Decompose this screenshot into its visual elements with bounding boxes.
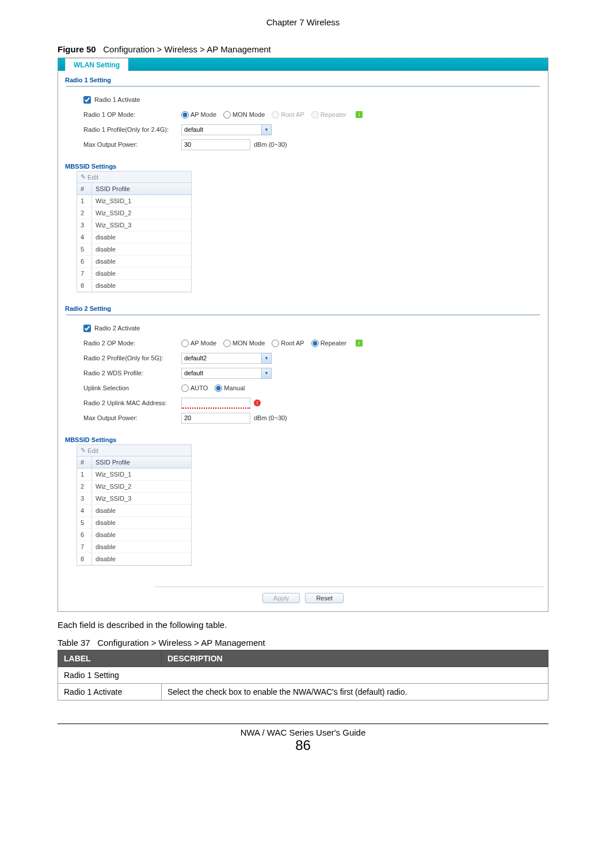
reset-button[interactable]: Reset — [305, 593, 344, 603]
table-intro-text: Each field is described in the following… — [58, 620, 548, 630]
radio2-mode-rep[interactable] — [311, 340, 319, 347]
table-row[interactable]: 4disable — [77, 231, 191, 243]
figure-label: Figure 50 — [58, 44, 96, 54]
divider — [155, 587, 543, 587]
cell-label: Radio 1 Activate — [58, 684, 162, 701]
edit-button[interactable]: ✎Edit — [81, 173, 98, 181]
radio2-mode-rep-label: Repeater — [321, 340, 346, 347]
table-row[interactable]: 2Wiz_SSID_2 — [77, 207, 191, 219]
page-number: 86 — [58, 737, 548, 753]
table-row: Radio 1 Activate Select the check box to… — [58, 684, 548, 701]
table-row[interactable]: 5disable — [77, 517, 191, 529]
radio1-mode-mon[interactable] — [223, 111, 231, 119]
uplink-manual[interactable] — [215, 384, 222, 392]
info-icon[interactable]: i — [356, 340, 363, 347]
radio2-mode-mon[interactable] — [223, 340, 231, 347]
table-caption-text: Configuration > Wireless > AP Management — [97, 638, 265, 648]
apply-button[interactable]: Apply — [262, 593, 300, 603]
edit-icon: ✎ — [81, 173, 86, 181]
uplink-mac-input[interactable] — [181, 398, 250, 409]
table-caption: Table 37 Configuration > Wireless > AP M… — [58, 638, 548, 648]
radio2-mode-ap-label: AP Mode — [190, 340, 216, 347]
cell-desc: Select the check box to enable the NWA/W… — [162, 684, 548, 701]
screenshot-figure: WLAN Setting Radio 1 Setting Radio 1 Act… — [58, 58, 548, 612]
figure-caption: Figure 50 Configuration > Wireless > AP … — [58, 44, 548, 54]
radio2-mode-root[interactable] — [272, 340, 279, 347]
table-row[interactable]: 7disable — [77, 541, 191, 553]
radio1-power-label: Max Output Power: — [83, 141, 181, 148]
uplink-auto-label: AUTO — [190, 384, 208, 391]
radio2-profile-select[interactable] — [181, 353, 262, 364]
th-desc: DESCRIPTION — [162, 650, 548, 667]
footer-guide-text: NWA / WAC Series User's Guide — [58, 728, 548, 737]
figure-caption-text: Configuration > Wireless > AP Management — [103, 44, 271, 54]
chevron-down-icon[interactable]: ▼ — [261, 124, 272, 135]
table-row[interactable]: 7disable — [77, 268, 191, 280]
radio2-power-label: Max Output Power: — [83, 414, 181, 421]
radio1-mode-root-label: Root AP — [281, 111, 304, 118]
col-header-profile: SSID Profile — [92, 183, 191, 195]
radio2-power-unit: dBm (0~30) — [254, 414, 287, 421]
table-row[interactable]: 8disable — [77, 553, 191, 565]
radio1-activate-checkbox[interactable] — [83, 96, 91, 104]
radio1-activate-label: Radio 1 Activate — [94, 96, 140, 103]
radio2-mode-mon-label: MON Mode — [233, 340, 265, 347]
table-row[interactable]: 2Wiz_SSID_2 — [77, 481, 191, 493]
table-row[interactable]: 8disable — [77, 280, 191, 292]
edit-label: Edit — [87, 174, 98, 181]
radio2-activate-label: Radio 2 Activate — [94, 325, 140, 332]
th-label: LABEL — [58, 650, 162, 667]
radio2-mode-ap[interactable] — [181, 340, 189, 347]
table-row[interactable]: 1Wiz_SSID_1 — [77, 469, 191, 481]
uplink-auto[interactable] — [181, 384, 189, 392]
table-row[interactable]: 3Wiz_SSID_3 — [77, 493, 191, 505]
table-row: Radio 1 Setting — [58, 667, 548, 684]
edit-icon: ✎ — [81, 447, 86, 454]
edit-button[interactable]: ✎Edit — [81, 447, 98, 454]
table-caption-label: Table 37 — [58, 638, 90, 648]
col-header-num: # — [77, 183, 92, 195]
table-row[interactable]: 5disable — [77, 243, 191, 256]
edit-label: Edit — [87, 447, 98, 454]
col-header-num: # — [77, 456, 92, 468]
radio2-mode-root-label: Root AP — [281, 340, 304, 347]
radio1-mode-ap-label: AP Mode — [190, 111, 216, 118]
radio1-mode-mon-label: MON Mode — [233, 111, 265, 118]
chevron-down-icon[interactable]: ▼ — [261, 353, 272, 364]
col-header-profile: SSID Profile — [92, 456, 191, 468]
radio1-power-input[interactable] — [181, 139, 250, 150]
radio1-power-unit: dBm (0~30) — [254, 141, 287, 148]
uplink-manual-label: Manual — [224, 384, 245, 391]
radio1-section-title: Radio 1 Setting — [65, 77, 543, 83]
radio2-wds-select[interactable] — [181, 368, 262, 379]
radio2-power-input[interactable] — [181, 413, 250, 424]
table-row[interactable]: 1Wiz_SSID_1 — [77, 195, 191, 207]
page-footer: NWA / WAC Series User's Guide 86 — [58, 724, 548, 753]
table-row[interactable]: 6disable — [77, 529, 191, 541]
table-row[interactable]: 4disable — [77, 505, 191, 517]
radio1-mode-root — [272, 111, 279, 119]
tab-wlan-setting[interactable]: WLAN Setting — [65, 58, 128, 71]
radio2-activate-checkbox[interactable] — [83, 325, 91, 332]
table-row[interactable]: 3Wiz_SSID_3 — [77, 219, 191, 231]
doc-table: LABEL DESCRIPTION Radio 1 Setting Radio … — [58, 650, 548, 701]
chapter-header: Chapter 7 Wireless — [58, 17, 548, 27]
info-icon[interactable]: i — [356, 111, 363, 118]
radio1-profile-select[interactable] — [181, 124, 262, 135]
table-row[interactable]: 6disable — [77, 256, 191, 268]
radio1-mode-ap[interactable] — [181, 111, 189, 119]
cell-label: Radio 1 Setting — [58, 667, 548, 684]
radio1-mode-rep-label: Repeater — [321, 111, 346, 118]
radio2-section-title: Radio 2 Setting — [65, 305, 543, 312]
radio1-mbssid-title: MBSSID Settings — [65, 163, 543, 170]
radio2-mbssid-title: MBSSID Settings — [65, 436, 543, 443]
radio2-mbssid-table: ✎Edit # SSID Profile 1Wiz_SSID_1 2Wiz_SS… — [77, 444, 192, 566]
radio2-opmode-label: Radio 2 OP Mode: — [83, 340, 181, 347]
radio1-opmode-label: Radio 1 OP Mode: — [83, 111, 181, 118]
radio1-mode-rep — [311, 111, 319, 119]
chevron-down-icon[interactable]: ▼ — [261, 368, 272, 379]
radio1-profile-label: Radio 1 Profile(Only for 2.4G): — [83, 126, 181, 133]
tab-bar: WLAN Setting — [58, 58, 548, 71]
uplink-mac-label: Radio 2 Uplink MAC Address: — [83, 399, 181, 406]
uplink-selection-label: Uplink Selection — [83, 384, 181, 391]
